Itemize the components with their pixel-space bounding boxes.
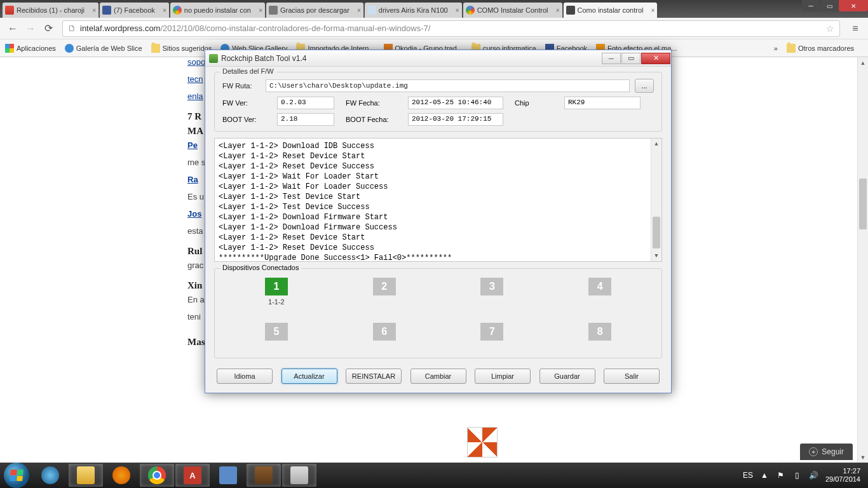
tab-gracias[interactable]: Gracias por descargar× xyxy=(266,3,363,18)
start-button[interactable] xyxy=(4,463,29,488)
scrollbar-thumb[interactable] xyxy=(859,179,867,229)
device-slot[interactable]: 4 xyxy=(588,278,611,306)
generic-icon xyxy=(269,6,278,15)
rockchip-icon xyxy=(290,466,308,484)
tab-facebook[interactable]: (7) Facebook× xyxy=(100,3,169,18)
fw-legend: Detalles del F/W xyxy=(220,67,276,75)
devices-legend: Dispositivos Conectados xyxy=(220,264,301,271)
taskbar-explorer[interactable] xyxy=(69,464,103,487)
close-icon[interactable]: × xyxy=(456,7,459,14)
apps-button[interactable]: Aplicaciones xyxy=(5,44,56,53)
device-indicator: 2 xyxy=(373,278,396,295)
scrollbar-thumb[interactable] xyxy=(653,217,660,248)
dialog-titlebar[interactable]: Rockchip Batch Tool v1.4 ─ ▭ ✕ xyxy=(205,50,671,67)
bookmark-overflow[interactable]: » xyxy=(774,44,778,52)
volume-icon[interactable]: 🔊 xyxy=(809,470,819,480)
device-slot[interactable]: 11-1-2 xyxy=(265,278,288,306)
device-indicator: 6 xyxy=(373,323,396,341)
network-icon[interactable]: ▯ xyxy=(792,470,803,480)
tab-google2[interactable]: COMO Instalar Control× xyxy=(463,3,562,18)
dialog-minimize-button[interactable]: ─ xyxy=(602,53,621,64)
device-slot[interactable]: 7 xyxy=(480,323,503,351)
window-close-button[interactable]: ✕ xyxy=(839,0,868,11)
address-bar[interactable]: 🗋 intelaf.wordpress.com/2012/10/08/como-… xyxy=(62,20,840,37)
idioma-button[interactable]: Idioma xyxy=(217,369,273,384)
taskbar-ie[interactable] xyxy=(33,464,67,487)
log-output[interactable]: <Layer 1-1-2> Download IDB Success<Layer… xyxy=(214,138,662,262)
tab-airis[interactable]: drivers Airis Kira N100× xyxy=(365,3,462,18)
firmware-details-group: Detalles del F/W FW Ruta: ... FW Ver: 0.… xyxy=(214,72,662,132)
chip-value: RK29 xyxy=(564,97,641,109)
taskbar-winrar[interactable] xyxy=(247,464,281,487)
page-link[interactable]: enla xyxy=(187,92,203,101)
device-slot[interactable]: 3 xyxy=(480,278,503,306)
tab-gmail[interactable]: Recibidos (1) - charoji× xyxy=(3,3,98,18)
page-link[interactable]: Jos xyxy=(187,209,201,219)
follow-button[interactable]: + Seguir xyxy=(800,444,853,460)
window-minimize-button[interactable]: ─ xyxy=(802,0,820,11)
log-line: <Layer 1-1-2> Download Firmware Success xyxy=(219,222,658,233)
device-slot[interactable]: 6 xyxy=(373,323,396,351)
dialog-title: Rockchip Batch Tool v1.4 xyxy=(221,54,307,63)
ie-icon xyxy=(65,44,74,53)
tray-overflow-icon[interactable]: ▲ xyxy=(759,470,770,480)
chrome-menu-button[interactable]: ≡ xyxy=(848,21,863,36)
log-line: **********Upgrade Done Success<1> Fail<0… xyxy=(219,253,658,262)
taskbar-mediaplayer[interactable] xyxy=(104,464,139,487)
device-slot[interactable]: 5 xyxy=(265,323,288,351)
taskbar-adobe[interactable]: A xyxy=(175,464,210,487)
close-icon[interactable]: × xyxy=(357,7,361,14)
scroll-down-icon[interactable]: ▼ xyxy=(858,452,868,463)
browse-button[interactable]: ... xyxy=(635,79,654,93)
browser-tab-strip: Recibidos (1) - charoji× (7) Facebook× n… xyxy=(0,0,868,18)
log-scrollbar[interactable]: ▲ ▼ xyxy=(651,139,661,261)
log-line: <Layer 1-1-2> Wait For Loader Start xyxy=(219,172,658,182)
page-link[interactable]: Pe xyxy=(187,140,198,150)
window-maximize-button[interactable]: ▭ xyxy=(820,0,838,11)
page-link[interactable]: tecn xyxy=(187,74,203,84)
taskbar-chrome[interactable] xyxy=(140,464,174,487)
dialog-close-button[interactable]: ✕ xyxy=(641,53,670,64)
close-icon[interactable]: × xyxy=(556,7,560,14)
google-icon xyxy=(173,6,182,15)
reinstalar-button[interactable]: REINSTALAR xyxy=(346,369,402,384)
scroll-up-icon[interactable]: ▲ xyxy=(858,57,868,68)
scroll-down-icon[interactable]: ▼ xyxy=(651,250,661,261)
lang-indicator[interactable]: ES xyxy=(743,470,753,480)
dialog-maximize-button[interactable]: ▭ xyxy=(621,53,641,64)
page-link[interactable]: sopo xyxy=(187,57,205,67)
bookmark-item[interactable]: Galería de Web Slice xyxy=(65,44,142,53)
tab-google1[interactable]: no puedo instalar con× xyxy=(170,3,265,18)
guardar-button[interactable]: Guardar xyxy=(539,369,595,384)
taskbar-rockchip[interactable] xyxy=(282,464,316,487)
reload-button[interactable]: ⟳ xyxy=(41,21,56,36)
scroll-up-icon[interactable]: ▲ xyxy=(651,139,661,149)
close-icon[interactable]: × xyxy=(651,7,655,14)
log-line: <Layer 1-1-2> Download IDB Success xyxy=(219,141,658,151)
facebook-icon xyxy=(102,6,111,15)
page-link[interactable]: Ra xyxy=(187,175,198,184)
salir-button[interactable]: Salir xyxy=(604,369,660,384)
bookmark-star-icon[interactable]: ☆ xyxy=(826,24,834,34)
actualizar-button[interactable]: Actualizar xyxy=(281,369,337,384)
taskbar-app[interactable] xyxy=(211,464,245,487)
chrome-icon xyxy=(148,466,166,484)
taskbar-clock[interactable]: 17:27 29/07/2014 xyxy=(825,467,860,484)
other-bookmarks[interactable]: Otros marcadores xyxy=(787,44,854,53)
back-button[interactable]: ← xyxy=(5,21,20,36)
forward-button[interactable]: → xyxy=(23,21,38,36)
close-icon[interactable]: × xyxy=(92,7,96,14)
limpiar-button[interactable]: Limpiar xyxy=(475,369,531,384)
bookmark-item[interactable]: Sitios sugeridos xyxy=(151,44,212,53)
device-slot[interactable]: 2 xyxy=(373,278,396,306)
page-scrollbar[interactable]: ▲ ▼ xyxy=(857,57,868,463)
log-line: <Layer 1-1-2> Wait For Loader Success xyxy=(219,182,658,192)
close-icon[interactable]: × xyxy=(163,7,166,14)
device-slot[interactable]: 8 xyxy=(588,323,611,351)
cambiar-button[interactable]: Cambiar xyxy=(410,369,466,384)
tab-active[interactable]: Como instalar control× xyxy=(564,3,658,18)
fw-path-input[interactable] xyxy=(266,79,630,92)
boot-ver-label: BOOT Ver: xyxy=(222,116,266,123)
flag-icon[interactable]: ⚑ xyxy=(776,470,786,480)
close-icon[interactable]: × xyxy=(259,7,262,14)
